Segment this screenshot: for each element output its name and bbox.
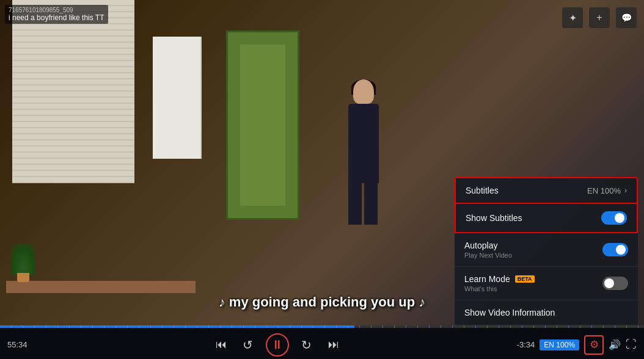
learn-mode-toggle-thumb bbox=[604, 278, 614, 288]
room-plant bbox=[11, 245, 35, 282]
language-badge[interactable]: EN 100% bbox=[540, 339, 579, 350]
learn-mode-label-group: Learn Mode BETA What's this bbox=[464, 274, 535, 292]
learn-mode-row[interactable]: Learn Mode BETA What's this bbox=[455, 267, 638, 300]
autoplay-toggle[interactable] bbox=[602, 243, 628, 256]
autoplay-sub-label: Play Next Video bbox=[464, 252, 512, 259]
skip-back-button[interactable]: ⏮ bbox=[212, 336, 230, 354]
show-video-info-row[interactable]: Show Video Information bbox=[455, 300, 638, 325]
gear-icon: ⚙ bbox=[590, 338, 599, 351]
clip-id: 716576101809855_509 bbox=[9, 7, 104, 13]
chat-icon: 💬 bbox=[621, 13, 632, 23]
volume-button[interactable]: 🔊 bbox=[609, 339, 621, 350]
forward-button[interactable]: ↻ bbox=[298, 336, 316, 354]
time-elapsed: 55:34 bbox=[7, 340, 38, 349]
time-remaining: -3:34 bbox=[517, 340, 535, 349]
show-subtitles-toggle[interactable] bbox=[601, 211, 627, 225]
rewind-button[interactable]: ↺ bbox=[239, 336, 257, 354]
progress-track[interactable] bbox=[0, 325, 644, 328]
pause-icon: ⏸ bbox=[271, 338, 284, 352]
toggle-thumb-on bbox=[615, 213, 624, 223]
settings-dropdown: Subtitles EN 100% › Show Subtitles Autop… bbox=[455, 177, 638, 325]
learn-mode-sub-label: What's this bbox=[464, 285, 535, 292]
add-button[interactable]: + bbox=[589, 7, 610, 28]
controls-inner: 55:34 ⏮ ↺ ⏸ ↻ ⏭ -3:34 EN 100% ⚙ bbox=[0, 330, 644, 359]
fx-button[interactable]: ✦ bbox=[562, 7, 583, 28]
skip-next-icon: ⏭ bbox=[328, 338, 339, 351]
skip-back-icon: ⏮ bbox=[216, 338, 227, 351]
volume-icon: 🔊 bbox=[609, 339, 621, 350]
fullscreen-button[interactable]: ⛶ bbox=[626, 338, 637, 351]
autoplay-toggle-thumb bbox=[616, 245, 626, 255]
chevron-right-icon: › bbox=[624, 186, 627, 195]
show-subtitles-label: Show Subtitles bbox=[466, 213, 522, 223]
fx-icon: ✦ bbox=[569, 12, 577, 24]
controls-right: -3:34 EN 100% ⚙ 🔊 ⛶ bbox=[517, 335, 637, 355]
chat-button[interactable]: 💬 bbox=[616, 7, 637, 28]
autoplay-label: Autoplay bbox=[464, 241, 512, 250]
room-door bbox=[226, 31, 299, 220]
clip-subtitle: i need a boyfriend like this TT bbox=[9, 13, 104, 22]
subtitles-value-group: EN 100% › bbox=[587, 186, 627, 195]
room-desk bbox=[6, 281, 196, 293]
person-silhouette bbox=[342, 79, 385, 226]
room-cabinet bbox=[153, 37, 202, 159]
autoplay-row[interactable]: Autoplay Play Next Video bbox=[455, 233, 638, 267]
subtitles-row[interactable]: Subtitles EN 100% › bbox=[455, 177, 638, 204]
skip-next-button[interactable]: ⏭ bbox=[324, 336, 343, 354]
fullscreen-icon: ⛶ bbox=[626, 338, 637, 351]
plus-icon: + bbox=[596, 12, 602, 23]
learn-mode-label: Learn Mode bbox=[464, 274, 510, 284]
show-video-info-label: Show Video Information bbox=[464, 308, 555, 317]
learn-mode-toggle[interactable] bbox=[602, 277, 628, 290]
controls-bar: 55:34 ⏮ ↺ ⏸ ↻ ⏭ -3:34 EN 100% ⚙ bbox=[0, 325, 644, 359]
show-subtitles-row[interactable]: Show Subtitles bbox=[455, 204, 638, 233]
play-pause-button[interactable]: ⏸ bbox=[266, 333, 289, 357]
autoplay-label-group: Autoplay Play Next Video bbox=[464, 241, 512, 259]
beta-badge: BETA bbox=[515, 275, 535, 283]
subtitles-label: Subtitles bbox=[466, 186, 499, 195]
rewind-icon: ↺ bbox=[243, 338, 253, 352]
top-right-actions: ✦ + 💬 bbox=[562, 7, 637, 28]
forward-icon: ↻ bbox=[301, 338, 312, 352]
controls-center: ⏮ ↺ ⏸ ↻ ⏭ bbox=[212, 333, 343, 357]
progress-fill bbox=[0, 325, 354, 328]
door-inner bbox=[240, 45, 285, 206]
settings-button[interactable]: ⚙ bbox=[584, 335, 604, 355]
clip-info-overlay: 716576101809855_509 i need a boyfriend l… bbox=[5, 5, 108, 24]
subtitles-value: EN 100% bbox=[587, 186, 621, 195]
window-blinds bbox=[12, 0, 134, 183]
